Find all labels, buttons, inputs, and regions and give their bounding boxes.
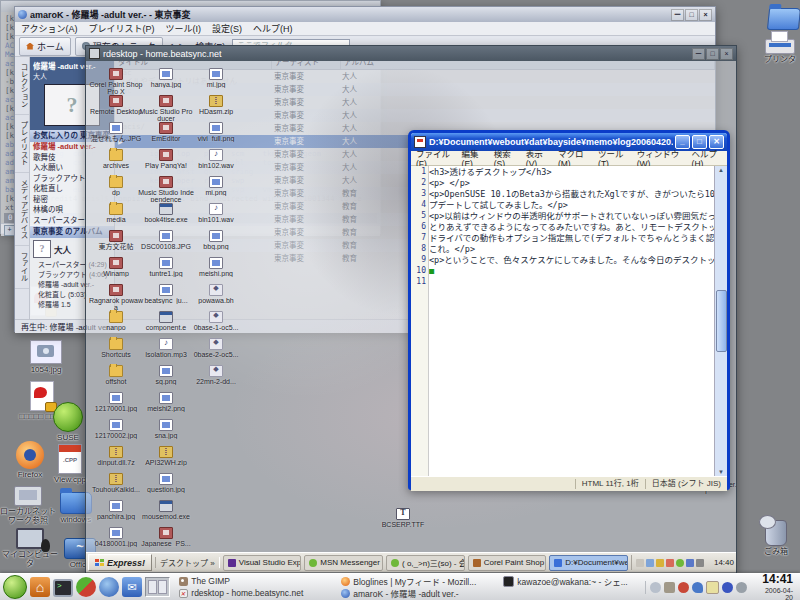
remote-task-button[interactable]: ( o,_>n)三(so) - 会話 bbox=[386, 555, 465, 571]
amarok-side-tab[interactable]: プレイリスト bbox=[15, 115, 29, 173]
remote-desktop-icon[interactable]: meishi.png bbox=[188, 256, 244, 283]
taskbar-task-button[interactable]: Bloglines | Myフィード - Mozill... bbox=[339, 575, 497, 587]
taskbar-task-button[interactable]: amaroK - 修羅場 -adult ver.- bbox=[339, 587, 497, 599]
tray-icon[interactable] bbox=[722, 582, 733, 593]
launcher-icon[interactable] bbox=[99, 577, 119, 597]
remote-desktop-icon[interactable]: Winamp bbox=[88, 256, 144, 283]
remote-desktop-icon[interactable]: DSC00108.JPG bbox=[138, 229, 194, 256]
remote-desktop-icon[interactable]: bbg.png bbox=[188, 229, 244, 256]
taskbar-task-button[interactable]: rdesktop - home.beatsync.net bbox=[177, 587, 335, 599]
remote-desktop-icon[interactable]: Music Studio Independence bbox=[138, 175, 194, 202]
amarok-titlebar[interactable]: amaroK - 修羅場 -adult ver.- - 東京事変 ー□× bbox=[15, 7, 715, 22]
remote-desktop-icon[interactable]: TouhouKaikid... bbox=[88, 472, 144, 499]
amarok-menu-item[interactable]: プレイリスト(P) bbox=[89, 22, 155, 35]
window-button[interactable]: ー bbox=[692, 48, 705, 60]
scrollbar-thumb[interactable] bbox=[716, 290, 727, 352]
window-button[interactable]: □ bbox=[706, 48, 719, 60]
desktop-icon[interactable]: プリンタ bbox=[752, 28, 800, 64]
amarok-menu-item[interactable]: 設定(S) bbox=[212, 22, 242, 35]
tray-icon[interactable] bbox=[636, 559, 644, 567]
remote-task-button[interactable]: MSN Messenger bbox=[304, 555, 383, 571]
window-button[interactable]: □ bbox=[685, 9, 698, 21]
tray-icon[interactable] bbox=[666, 559, 674, 567]
remote-desktop-icon[interactable]: mi.jpg bbox=[188, 67, 244, 94]
remote-desktop-icon[interactable]: 東方文花帖 bbox=[88, 229, 144, 256]
taskbar-task-button[interactable]: kawazoe@wakana:~ - シェ... bbox=[501, 575, 642, 587]
remote-desktop-icon[interactable]: question.jpg bbox=[138, 472, 194, 499]
remote-desktop-icon[interactable]: beatsync_ju... bbox=[138, 283, 194, 310]
remote-task-button[interactable]: Corel Paint Shop Pro X bbox=[468, 555, 547, 571]
remote-desktop-icon[interactable]: Corel Paint Shop Pro X bbox=[88, 67, 144, 94]
remote-desktop-icon[interactable]: 0base-2-oc5... bbox=[188, 337, 244, 364]
remote-desktop-icon[interactable]: mousemod.exe bbox=[138, 499, 194, 526]
remote-desktop-icon[interactable]: Isolation.mp3 bbox=[138, 337, 194, 364]
remote-desktop-icon[interactable]: dinput.dll.7z bbox=[88, 445, 144, 472]
remote-desktop-icon[interactable]: 04180001.jpg bbox=[88, 526, 144, 553]
remote-desktop-icon[interactable]: Japanese_PS... bbox=[138, 526, 194, 553]
remote-desktop-icon[interactable]: panchira.jpg bbox=[88, 499, 144, 526]
amarok-side-tab[interactable]: コレクション bbox=[15, 57, 29, 115]
remote-task-button[interactable]: D:¥Document¥webo... bbox=[549, 555, 628, 571]
tray-icon[interactable] bbox=[686, 559, 694, 567]
tray-icon[interactable] bbox=[664, 582, 675, 593]
desktop-icon[interactable] bbox=[756, 2, 800, 31]
amarok-menu-item[interactable]: アクション(A) bbox=[21, 22, 78, 35]
amarok-side-tab[interactable]: メディアデバイス bbox=[15, 173, 29, 246]
tray-icon[interactable] bbox=[650, 582, 661, 593]
remote-desktop-icon[interactable]: mi.png bbox=[188, 175, 244, 202]
launcher-icon[interactable] bbox=[53, 579, 73, 597]
tray-icon[interactable] bbox=[736, 582, 747, 593]
remote-desktop-icon[interactable]: offshot bbox=[88, 364, 144, 391]
amarok-home-button[interactable]: ホーム bbox=[19, 37, 71, 56]
remote-desktop-icon[interactable]: Remote Desktop bbox=[88, 94, 144, 121]
emeditor-edit-area[interactable]: <h3>透けるデスクトップ</h3><p> </p><p>OpenSUSE 10… bbox=[411, 166, 727, 476]
scroll-down-arrow[interactable]: ▼ bbox=[718, 469, 724, 475]
remote-desktop-icon[interactable]: Play PangYa! bbox=[138, 148, 194, 175]
remote-start-button[interactable]: Express! bbox=[88, 554, 152, 571]
remote-desktop-icon[interactable]: media bbox=[88, 202, 144, 229]
tray-icon[interactable] bbox=[646, 559, 654, 567]
remote-desktop-toolbar[interactable]: デスクトップ » bbox=[155, 557, 220, 568]
remote-desktop-icon[interactable]: powawa.bh bbox=[188, 283, 244, 310]
remote-desktop-icon[interactable]: 22mn-2-dd... bbox=[188, 364, 244, 391]
launcher-icon[interactable] bbox=[3, 575, 27, 599]
remote-desktop-icon[interactable]: HDasm.zip bbox=[188, 94, 244, 121]
scroll-up-arrow[interactable]: ▲ bbox=[718, 167, 724, 173]
launcher-icon[interactable] bbox=[122, 577, 142, 597]
remote-desktop-icon[interactable]: bin101.wav bbox=[188, 202, 244, 229]
remote-desktop-icon[interactable]: sna.jpg bbox=[138, 418, 194, 445]
remote-desktop-icon[interactable]: Shortcuts bbox=[88, 337, 144, 364]
amarok-side-tab[interactable]: ファイル bbox=[15, 246, 29, 289]
tray-icon[interactable] bbox=[676, 559, 684, 567]
remote-desktop-icon[interactable]: hanya.jpg bbox=[138, 67, 194, 94]
remote-desktop-icon[interactable]: vivi_full.png bbox=[188, 121, 244, 148]
remote-desktop-icon[interactable]: component.e bbox=[138, 310, 194, 337]
tray-icon[interactable] bbox=[696, 559, 704, 567]
remote-desktop-icon[interactable]: 0base-1-oc5... bbox=[188, 310, 244, 337]
launcher-icon[interactable] bbox=[76, 577, 96, 597]
tray-icon[interactable] bbox=[706, 581, 719, 594]
remote-desktop-icon[interactable]: archives bbox=[88, 148, 144, 175]
remote-desktop-icon[interactable]: Ragnarok powawa bbox=[88, 283, 144, 310]
remote-desktop-icon[interactable]: tuntre1.jpg bbox=[138, 256, 194, 283]
remote-desktop-icon[interactable]: dp bbox=[88, 175, 144, 202]
desktop-icon[interactable]: マイコンピュータ bbox=[2, 524, 58, 568]
remote-desktop-icon[interactable]: 混ぜれもん.JPG bbox=[88, 121, 144, 148]
window-button[interactable]: × bbox=[720, 48, 733, 60]
remote-desktop-icon[interactable]: 12170001.jpg bbox=[88, 391, 144, 418]
pager-applet[interactable] bbox=[145, 577, 170, 597]
remote-desktop-icon[interactable]: meishi2.png bbox=[138, 391, 194, 418]
window-button[interactable]: ー bbox=[671, 9, 684, 21]
tray-icon[interactable] bbox=[692, 582, 703, 593]
tray-icon[interactable] bbox=[656, 559, 664, 567]
remote-desktop-icon[interactable]: nanpo bbox=[88, 310, 144, 337]
remote-desktop-icon[interactable]: 12170002.jpg bbox=[88, 418, 144, 445]
remote-desktop-icon[interactable]: sg.png bbox=[138, 364, 194, 391]
window-button[interactable]: × bbox=[699, 9, 712, 21]
launcher-icon[interactable] bbox=[30, 577, 50, 597]
amarok-menu-item[interactable]: ツール(I) bbox=[166, 22, 202, 35]
taskbar-task-button[interactable]: The GIMP bbox=[177, 575, 335, 587]
amarok-menu-item[interactable]: ヘルプ(H) bbox=[253, 22, 293, 35]
desktop-icon[interactable]: ごみ箱 bbox=[748, 518, 800, 556]
remote-desktop-icon[interactable]: BCSERP.TTF bbox=[368, 507, 438, 528]
